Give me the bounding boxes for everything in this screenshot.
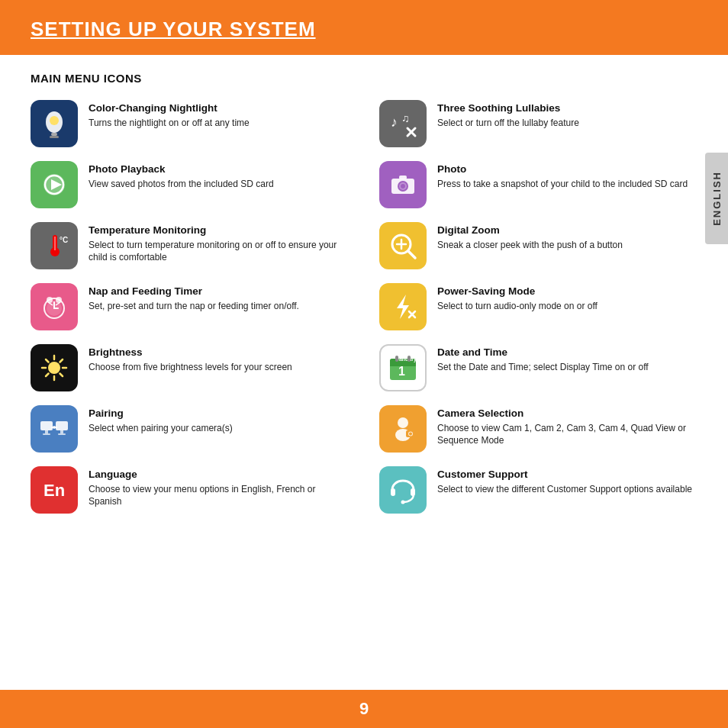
photo-playback-label: Photo Playback: [89, 163, 349, 176]
digital-zoom-icon: [379, 222, 427, 269]
camera-svg: [386, 168, 420, 201]
date-time-desc: Set the Date and Time; select Display Ti…: [437, 361, 697, 374]
lullabies-desc: Select or turn off the lullaby feature: [437, 117, 697, 130]
brightness-svg: [37, 351, 71, 385]
date-time-label: Date and Time: [437, 346, 697, 359]
svg-rect-2: [50, 136, 59, 138]
svg-text:1: 1: [398, 365, 405, 378]
language-icon: En: [31, 466, 78, 514]
power-saving-desc: Select to turn audio-only mode on or off: [437, 300, 697, 313]
svg-rect-59: [407, 356, 411, 362]
pairing-svg: [37, 412, 71, 446]
customer-support-label: Customer Support: [437, 468, 697, 482]
svg-rect-29: [40, 421, 53, 430]
icons-grid: Color-Changing Nightlight Turns the nigh…: [31, 100, 697, 527]
pairing-text: Pairing Select when pairing your camera(…: [89, 405, 349, 434]
svg-text:♫: ♫: [401, 112, 410, 124]
list-item: Brightness Choose from five brightness l…: [31, 344, 349, 391]
svg-line-26: [60, 374, 63, 377]
photo-desc: Press to take a snapshot of your child t…: [437, 178, 697, 191]
nightlight-svg: [37, 107, 71, 140]
svg-rect-1: [51, 133, 57, 136]
date-time-text: Date and Time Set the Date and Time; sel…: [437, 344, 697, 373]
camera-selection-label: Camera Selection: [437, 407, 697, 420]
svg-point-67: [401, 501, 405, 504]
header: SETTING UP YOUR SYSTEM: [0, 0, 728, 55]
list-item: Customer Support Select to view the diff…: [379, 466, 697, 514]
language-svg: En: [37, 473, 71, 507]
list-item: ♪ ♫ Three Soothing Lullabies Select or t…: [379, 100, 697, 147]
temperature-label: Temperature Monitoring: [89, 224, 349, 237]
pairing-icon: [31, 405, 78, 453]
list-item: Camera Selection Choose to view Cam 1, C…: [379, 405, 697, 453]
left-column: Color-Changing Nightlight Turns the nigh…: [31, 100, 349, 527]
svg-point-60: [398, 417, 408, 428]
nap-timer-label: Nap and Feeding Timer: [89, 285, 349, 298]
list-item: Photo Press to take a snapshot of your c…: [379, 161, 697, 208]
svg-point-64: [409, 433, 412, 436]
power-saving-icon: [379, 283, 427, 330]
list-item: Digital Zoom Sneak a closer peek with th…: [379, 222, 697, 269]
photo-icon: [379, 161, 427, 208]
list-item: Pairing Select when pairing your camera(…: [31, 405, 349, 453]
photo-playback-icon: [31, 161, 78, 208]
color-changing-nightlight-icon: [31, 100, 78, 147]
svg-text:°C: °C: [60, 236, 68, 244]
svg-rect-9: [54, 237, 56, 250]
pairing-desc: Select when pairing your camera(s): [89, 422, 349, 435]
svg-line-27: [60, 359, 63, 362]
svg-rect-30: [56, 421, 68, 430]
brightness-text: Brightness Choose from five brightness l…: [89, 344, 349, 373]
calendar-svg: January 1: [386, 351, 420, 385]
photo-text: Photo Press to take a snapshot of your c…: [437, 161, 697, 190]
language-sidebar-tab: ENGLISH: [705, 153, 728, 244]
svg-rect-32: [45, 430, 48, 433]
customer-support-desc: Select to view the different Customer Su…: [437, 483, 697, 496]
camera-selection-icon: [379, 405, 427, 453]
right-column: ♪ ♫ Three Soothing Lullabies Select or t…: [379, 100, 697, 527]
svg-rect-35: [58, 433, 66, 435]
svg-line-28: [46, 374, 49, 377]
temperature-icon: °C: [31, 222, 78, 269]
digital-zoom-text: Digital Zoom Sneak a closer peek with th…: [437, 222, 697, 251]
nap-timer-desc: Set, pre-set and turn the nap or feeding…: [89, 300, 349, 313]
nap-timer-icon: [31, 283, 78, 330]
svg-point-16: [47, 297, 53, 303]
list-item: En Language Choose to view your menu opt…: [31, 466, 349, 514]
color-changing-nightlight-text: Color-Changing Nightlight Turns the nigh…: [89, 100, 349, 129]
svg-point-44: [401, 184, 405, 188]
footer: 9: [0, 690, 728, 728]
svg-text:En: En: [43, 481, 65, 500]
svg-point-3: [50, 116, 59, 125]
list-item: Photo Playback View saved photos from th…: [31, 161, 349, 208]
digital-zoom-label: Digital Zoom: [437, 224, 697, 237]
language-label: Language: [89, 468, 349, 482]
color-changing-nightlight-desc: Turns the nightlight on or off at any ti…: [89, 117, 349, 130]
support-svg: [386, 473, 420, 507]
photo-label: Photo: [437, 163, 697, 176]
list-item: °C Temperature Monitoring Select to turn…: [31, 222, 349, 269]
brightness-icon: [31, 344, 78, 391]
power-svg: [386, 290, 420, 324]
section-title: MAIN MENU ICONS: [31, 72, 697, 85]
sidebar-label: ENGLISH: [711, 171, 723, 226]
svg-rect-34: [43, 433, 50, 435]
date-time-icon: January 1: [379, 344, 427, 391]
page-number: 9: [359, 699, 369, 719]
temperature-svg: °C: [37, 229, 71, 263]
brightness-desc: Choose from five brightness levels for y…: [89, 361, 349, 374]
temperature-desc: Select to turn temperature monitoring on…: [89, 239, 349, 265]
page-title: SETTING UP YOUR SYSTEM: [31, 18, 316, 41]
lullabies-label: Three Soothing Lullabies: [437, 101, 697, 115]
svg-point-20: [48, 362, 60, 374]
lullabies-text: Three Soothing Lullabies Select or turn …: [437, 100, 697, 129]
playback-svg: [37, 168, 71, 201]
power-saving-text: Power-Saving Mode Select to turn audio-o…: [437, 283, 697, 312]
camera-selection-desc: Choose to view Cam 1, Cam 2, Cam 3, Cam …: [437, 422, 697, 448]
svg-text:♪: ♪: [391, 114, 398, 130]
power-saving-label: Power-Saving Mode: [437, 285, 697, 298]
temperature-text: Temperature Monitoring Select to turn te…: [89, 222, 349, 264]
photo-playback-desc: View saved photos from the included SD c…: [89, 178, 349, 191]
list-item: Power-Saving Mode Select to turn audio-o…: [379, 283, 697, 330]
nap-timer-text: Nap and Feeding Timer Set, pre-set and t…: [89, 283, 349, 312]
